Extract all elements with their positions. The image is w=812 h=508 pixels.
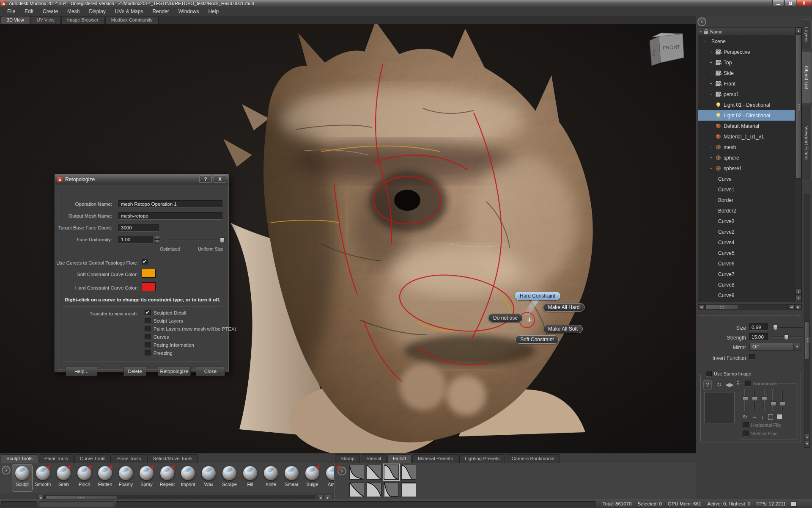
tree-item-curve2[interactable]: Curve2 — [698, 226, 795, 237]
tool-smooth[interactable]: Smooth — [33, 464, 53, 492]
tab-3d-view[interactable]: 3D View — [1, 16, 30, 24]
tab-curve-tools[interactable]: Curve Tools — [74, 454, 111, 463]
menu-create[interactable]: Create — [39, 7, 62, 16]
expander-icon[interactable]: + — [709, 155, 713, 160]
scroll-down-icon[interactable]: ▼ — [796, 295, 801, 301]
expander-icon[interactable]: + — [709, 81, 713, 86]
slider-handle[interactable] — [761, 396, 767, 401]
marking-menu-item-make-all-hard[interactable]: Make All Hard — [543, 303, 585, 312]
size-slider-handle[interactable] — [773, 325, 778, 330]
tree-item-sphere1[interactable]: +sphere1 — [698, 163, 795, 174]
tab-select-move-tools[interactable]: Select/Move Tools — [147, 454, 198, 463]
tab-mudbox-community[interactable]: Mudbox Community — [105, 16, 159, 24]
vertical-flip-checkbox[interactable] — [743, 431, 749, 436]
tree-item-front[interactable]: +Front — [698, 78, 795, 89]
marking-menu-item-make-all-soft[interactable]: Make All Soft — [543, 325, 583, 333]
tab-camera-bookmarks[interactable]: Camera Bookmarks — [506, 454, 560, 463]
tab-image-browser[interactable]: Image Browser — [61, 16, 104, 24]
help-button[interactable]: Help... — [66, 366, 97, 376]
falloff-convex-decay[interactable] — [367, 482, 381, 497]
randomize-slider-3[interactable] — [763, 389, 765, 411]
randomize-slider-1[interactable] — [744, 389, 746, 411]
menu-uvs-maps[interactable]: UVs & Maps — [111, 7, 147, 16]
slider-handle[interactable] — [752, 396, 758, 401]
tree-item-curve9[interactable]: Curve9 — [698, 290, 795, 301]
falloff-linear-decay[interactable] — [349, 482, 364, 497]
tool-pinch[interactable]: Pinch — [74, 464, 95, 492]
randomize-slider-2[interactable] — [754, 389, 755, 411]
delete-button[interactable]: Delete — [123, 366, 146, 376]
face-uniformity-spinner[interactable]: ▲▼ — [154, 236, 160, 243]
tree-item-curve[interactable]: Curve — [698, 174, 795, 184]
face-uniformity-slider-handle[interactable] — [220, 237, 225, 243]
falloff-s-curve-clipped[interactable] — [401, 465, 416, 480]
tree-item-curve1[interactable]: Curve1 — [698, 184, 795, 195]
falloff-smooth-decay[interactable] — [367, 465, 381, 480]
tree-vertical-scrollbar[interactable]: ▲ ▲ ▼ — [795, 28, 801, 302]
hard-constraint-color-swatch[interactable] — [142, 282, 156, 291]
operation-name-input[interactable] — [118, 200, 222, 208]
stamp-preview-box[interactable] — [704, 392, 735, 423]
checkbox-freezing[interactable] — [145, 350, 151, 356]
randomize-slider-4[interactable] — [772, 389, 774, 411]
size-slider[interactable] — [772, 327, 803, 328]
horizontal-flip-checkbox[interactable] — [743, 422, 749, 428]
slider-handle[interactable] — [771, 401, 776, 406]
tool-wax[interactable]: Wax — [198, 464, 219, 492]
menu-mesh[interactable]: Mesh — [63, 7, 83, 16]
falloff-steep-decay[interactable] — [349, 465, 364, 480]
tree-item-curve5[interactable]: Curve5 — [698, 248, 795, 258]
randomize-checkbox[interactable] — [745, 381, 751, 387]
expander-icon[interactable]: + — [709, 60, 713, 65]
tab-falloff[interactable]: Falloff — [387, 454, 411, 463]
tree-item-curve4[interactable]: Curve4 — [698, 237, 795, 248]
expander-icon[interactable]: + — [709, 50, 713, 54]
tool-sculpt[interactable]: Sculpt — [12, 464, 33, 492]
rotate-icon[interactable]: ↻ — [743, 414, 747, 420]
slider-handle[interactable] — [780, 401, 786, 406]
name-column-header[interactable]: Name — [710, 29, 722, 34]
face-uniformity-slider[interactable] — [167, 240, 224, 241]
tool-flatten[interactable]: Flatten — [95, 464, 115, 492]
face-uniformity-input[interactable] — [118, 236, 153, 243]
object-list-header[interactable]: ▸ Name — [698, 28, 795, 36]
retopologize-button[interactable]: Retopologize — [158, 366, 191, 376]
checkbox-curves[interactable] — [145, 334, 151, 340]
hscrollbar-thumb[interactable] — [705, 305, 738, 309]
dialog-close-button[interactable]: X — [214, 175, 226, 183]
tree-item-border2[interactable]: Border2 — [698, 205, 795, 216]
expander-icon[interactable]: + — [709, 166, 713, 171]
tree-item-sphere[interactable]: +sphere — [698, 152, 795, 163]
strength-slider-handle[interactable] — [784, 334, 789, 340]
soft-constraint-color-swatch[interactable] — [142, 269, 156, 278]
tree-item-border[interactable]: Border — [698, 195, 795, 205]
menu-windows[interactable]: Windows — [175, 7, 203, 16]
marking-menu-item-hard-constraint[interactable]: Hard Constraint — [515, 292, 560, 300]
tree-item-material-1-u1-v1[interactable]: Material_1_u1_v1 — [698, 131, 795, 142]
strength-slider[interactable] — [772, 337, 803, 338]
maximize-button[interactable] — [785, 0, 796, 6]
scroll-down-icon[interactable]: ▼ — [805, 441, 809, 447]
vertical-flip-icon[interactable]: ▲▼ — [736, 380, 740, 386]
tab-sculpt-tools[interactable]: Sculpt Tools — [1, 454, 38, 463]
menu-help[interactable]: Help — [205, 7, 223, 16]
tab-paint-tools[interactable]: Paint Tools — [39, 454, 74, 463]
tab-uv-view[interactable]: UV View — [31, 16, 60, 24]
menu-display[interactable]: Display — [85, 7, 109, 16]
tree-item-light-01-directional[interactable]: Light 01 - Directional — [698, 99, 795, 110]
target-face-count-input[interactable] — [118, 224, 159, 232]
tree-scrollbar-thumb[interactable] — [796, 35, 801, 179]
tab-lighting-presets[interactable]: Lighting Presets — [459, 454, 505, 463]
tree-horizontal-scrollbar[interactable]: ◀ ◀ ▶ — [698, 304, 802, 310]
menu-edit[interactable]: Edit — [21, 7, 37, 16]
tab-stamp[interactable]: Stamp — [335, 454, 360, 463]
expander-icon[interactable]: + — [709, 71, 713, 75]
marking-menu-item-do-not-use[interactable]: Do not use — [488, 314, 523, 322]
tree-item-side[interactable]: +Side — [698, 68, 795, 78]
tool-repeat[interactable]: Repeat — [157, 464, 178, 492]
dialog-help-button[interactable]: ? — [199, 175, 212, 183]
horizontal-arrows-icon[interactable]: ↔ — [752, 414, 757, 420]
close-button[interactable]: Close — [196, 366, 225, 376]
tool-grab[interactable]: Grab — [53, 464, 74, 492]
tool-scrape[interactable]: Scrape — [219, 464, 240, 492]
